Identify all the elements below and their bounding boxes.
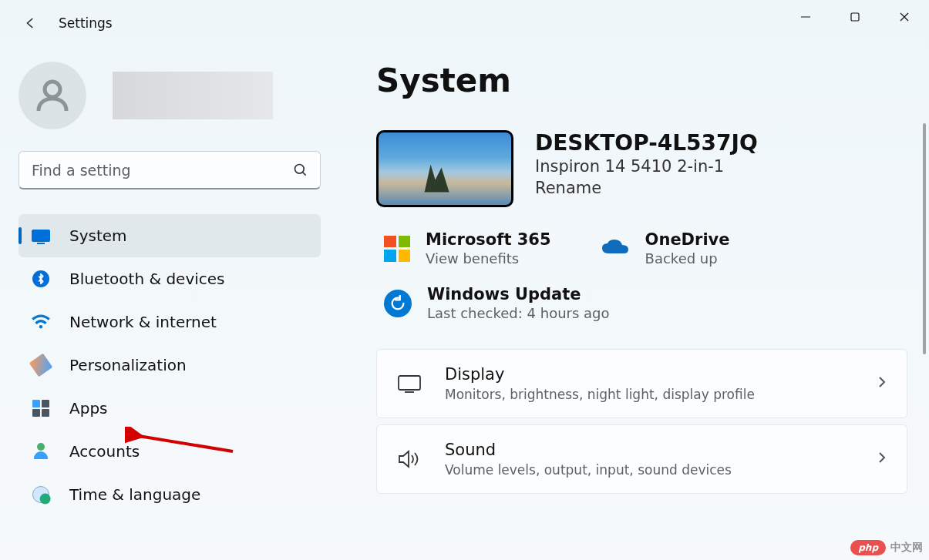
accounts-icon — [31, 441, 51, 461]
settings-list: Display Monitors, brightness, night ligh… — [376, 349, 907, 494]
setting-title: Display — [445, 365, 854, 384]
setting-subtitle: Volume levels, output, input, sound devi… — [445, 462, 854, 478]
close-button[interactable] — [880, 0, 929, 34]
device-name: DESKTOP-4L537JQ — [535, 130, 758, 156]
sidebar-item-label: Accounts — [69, 442, 140, 461]
user-block[interactable] — [19, 62, 321, 129]
minimize-button[interactable] — [781, 0, 830, 34]
window-controls — [781, 0, 929, 34]
watermark-text: 中文网 — [890, 541, 923, 555]
device-model: Inspiron 14 5410 2-in-1 — [535, 157, 758, 176]
maximize-icon — [850, 12, 860, 22]
sidebar-item-personalization[interactable]: Personalization — [19, 344, 321, 387]
status-title: OneDrive — [645, 230, 730, 249]
minimize-icon — [800, 12, 811, 22]
search-box[interactable] — [19, 151, 321, 189]
svg-rect-0 — [851, 13, 859, 21]
paintbrush-icon — [31, 355, 51, 375]
back-button[interactable] — [17, 9, 45, 37]
windows-update-icon — [384, 290, 412, 317]
sidebar-item-label: System — [69, 226, 127, 245]
person-icon — [34, 77, 71, 114]
app-title: Settings — [59, 15, 113, 31]
status-subtitle: View benefits — [426, 250, 551, 267]
sidebar-item-accounts[interactable]: Accounts — [19, 430, 321, 473]
sidebar-item-apps[interactable]: Apps — [19, 387, 321, 430]
sidebar: System Bluetooth & devices Network & int… — [0, 46, 339, 560]
search-icon — [293, 163, 308, 178]
sidebar-item-bluetooth[interactable]: Bluetooth & devices — [19, 257, 321, 300]
watermark: php 中文网 — [850, 540, 923, 555]
nav-list: System Bluetooth & devices Network & int… — [19, 214, 321, 516]
chevron-right-icon — [876, 451, 888, 467]
svg-point-3 — [39, 325, 42, 328]
setting-title: Sound — [445, 441, 854, 459]
sidebar-item-label: Apps — [69, 399, 108, 417]
windows-update-card[interactable]: Windows Update Last checked: 4 hours ago — [384, 285, 907, 321]
avatar — [19, 62, 86, 129]
sidebar-item-label: Time & language — [69, 485, 200, 504]
search-input[interactable] — [19, 151, 321, 189]
status-title: Microsoft 365 — [426, 230, 551, 249]
device-block: DESKTOP-4L537JQ Inspiron 14 5410 2-in-1 … — [376, 130, 907, 207]
device-wallpaper-thumbnail[interactable] — [376, 130, 513, 207]
setting-item-sound[interactable]: Sound Volume levels, output, input, soun… — [376, 424, 907, 494]
status-subtitle: Last checked: 4 hours ago — [427, 305, 610, 321]
apps-icon — [31, 398, 51, 418]
system-icon — [31, 226, 51, 246]
sidebar-item-label: Network & internet — [69, 313, 217, 331]
sidebar-item-label: Personalization — [69, 356, 187, 374]
chevron-right-icon — [876, 376, 888, 391]
user-name-redacted — [113, 72, 273, 119]
sidebar-item-time-language[interactable]: Time & language — [19, 473, 321, 516]
bluetooth-icon — [31, 269, 51, 289]
svg-rect-4 — [399, 376, 420, 390]
wifi-icon — [31, 312, 51, 332]
time-language-icon — [31, 485, 51, 505]
svg-point-2 — [295, 165, 305, 174]
rename-link[interactable]: Rename — [535, 179, 601, 197]
sound-icon — [395, 449, 423, 469]
status-title: Windows Update — [427, 285, 610, 303]
watermark-pill: php — [850, 540, 886, 555]
close-icon — [899, 12, 910, 22]
maximize-button[interactable] — [830, 0, 880, 34]
onedrive-card[interactable]: OneDrive Backed up — [601, 230, 730, 267]
arrow-left-icon — [24, 16, 38, 30]
display-icon — [395, 374, 423, 393]
page-title: System — [376, 62, 907, 99]
device-info: DESKTOP-4L537JQ Inspiron 14 5410 2-in-1 … — [535, 130, 758, 197]
sidebar-item-label: Bluetooth & devices — [69, 270, 225, 288]
status-row: Microsoft 365 View benefits OneDrive Bac… — [384, 230, 907, 267]
microsoft-365-card[interactable]: Microsoft 365 View benefits — [384, 230, 551, 267]
setting-subtitle: Monitors, brightness, night light, displ… — [445, 387, 854, 402]
main-scrollbar[interactable] — [923, 123, 926, 354]
onedrive-icon — [601, 238, 630, 260]
setting-item-display[interactable]: Display Monitors, brightness, night ligh… — [376, 349, 907, 418]
microsoft-logo-icon — [384, 236, 410, 262]
status-subtitle: Backed up — [645, 250, 730, 267]
main-content: System DESKTOP-4L537JQ Inspiron 14 5410 … — [339, 46, 929, 560]
svg-point-1 — [45, 82, 60, 97]
sidebar-item-network[interactable]: Network & internet — [19, 300, 321, 344]
sidebar-item-system[interactable]: System — [19, 214, 321, 257]
